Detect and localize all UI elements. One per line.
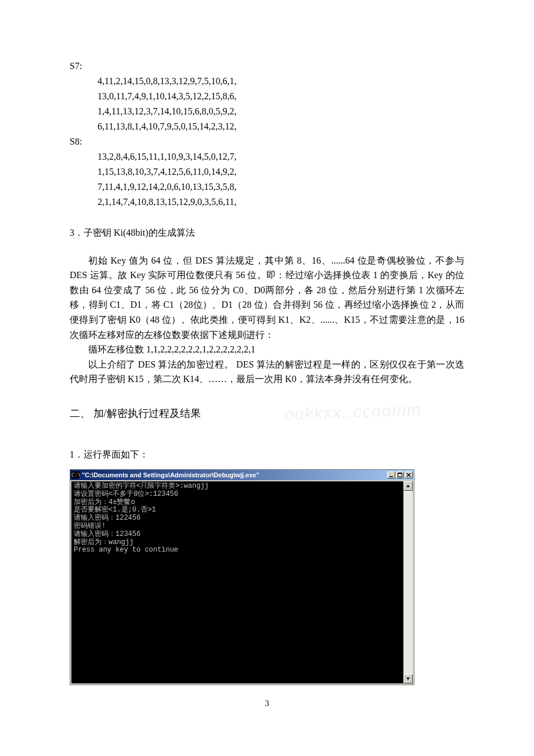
scroll-track[interactable] (403, 491, 413, 674)
s8-row: 1,15,13,8,10,3,7,4,12,5,6,11,0,14,9,2, (98, 165, 464, 179)
section3-paragraph-2: 以上介绍了 DES 算法的加密过程。 DES 算法的解密过程是一样的，区别仅仅在… (70, 357, 464, 387)
section3-shift-line: 循环左移位数 1,1,2,2,2,2,2,2,1,2,2,2,2,2,2,1 (70, 342, 464, 357)
section2-sub1: 1．运行界面如下： (70, 447, 464, 462)
console-window: C:\ "C:\Documents and Settings\Administr… (70, 469, 414, 685)
scroll-up-button[interactable] (403, 481, 413, 491)
console-titlebar[interactable]: C:\ "C:\Documents and Settings\Administr… (70, 470, 414, 480)
minimize-button[interactable] (387, 471, 395, 478)
console-scrollbar[interactable] (403, 481, 413, 683)
console-title-text: "C:\Documents and Settings\Administrator… (82, 471, 387, 478)
s7-row: 4,11,2,14,15,0,8,13,3,12,9,7,5,10,6,1, (98, 74, 464, 88)
scroll-down-button[interactable] (403, 674, 413, 683)
close-button[interactable] (405, 471, 413, 478)
section2-heading: 二、 加/解密执行过程及结果 (70, 404, 464, 423)
s8-label: S8: (70, 135, 464, 149)
section3-heading: 3．子密钥 Ki(48bit)的生成算法 (70, 225, 464, 240)
s7-label: S7: (70, 59, 464, 73)
maximize-button[interactable] (396, 471, 404, 478)
svg-marker-6 (406, 678, 410, 680)
s8-row: 2,1,14,7,4,10,8,13,15,12,9,0,3,5,6,11, (98, 195, 464, 209)
s7-row: 13,0,11,7,4,9,1,10,14,3,5,12,2,15,8,6, (98, 89, 464, 103)
s7-row: 1,4,11,13,12,3,7,14,10,15,6,8,0,5,9,2, (98, 105, 464, 118)
console-cmd-icon: C:\ (71, 471, 80, 478)
page-number: 3 (70, 699, 464, 708)
svg-marker-5 (406, 485, 410, 487)
s8-row: 13,2,8,4,6,15,11,1,10,9,3,14,5,0,12,7, (98, 150, 464, 164)
console-output[interactable]: 请输入要加密的字符<只限字符类>:wangjj 请设置密码<不多于8位>:123… (71, 481, 403, 683)
section3-paragraph-1: 初始 Key 值为 64 位，但 DES 算法规定，其中第 8、16、.....… (70, 253, 464, 343)
svg-rect-2 (398, 473, 402, 474)
svg-rect-0 (389, 476, 393, 477)
s8-row: 7,11,4,1,9,12,14,2,0,6,10,13,15,3,5,8, (98, 180, 464, 194)
s7-row: 6,11,13,8,1,4,10,7,9,5,0,15,14,2,3,12, (98, 120, 464, 134)
